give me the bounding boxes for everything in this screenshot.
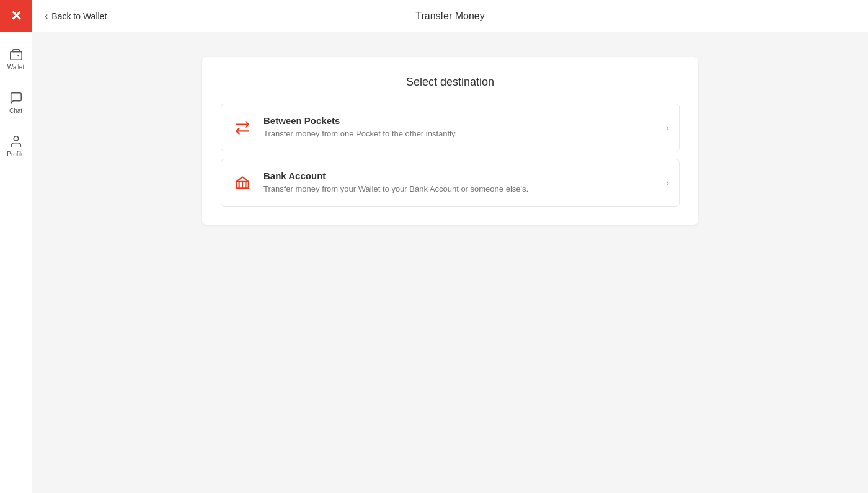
app-logo[interactable]: ✕ — [0, 0, 32, 32]
between-pockets-title: Between Pockets — [264, 115, 666, 126]
wallet-icon — [9, 48, 23, 61]
page-title-container: Transfer Money — [415, 11, 484, 22]
sidebar-wallet-label: Wallet — [7, 64, 24, 71]
transfer-icon — [231, 117, 254, 139]
sidebar-profile-label: Profile — [7, 151, 24, 158]
chevron-left-icon: ‹ — [45, 11, 48, 22]
card-title: Select destination — [221, 76, 680, 89]
bank-account-option[interactable]: Bank Account Transfer money from your Wa… — [221, 159, 680, 207]
main-area: ‹ Back to Wallet Transfer Money Select d… — [32, 0, 868, 493]
sidebar-item-chat[interactable]: Chat — [0, 81, 32, 124]
bank-account-title: Bank Account — [264, 171, 666, 181]
logo-icon: ✕ — [11, 8, 22, 24]
between-pockets-text: Between Pockets Transfer money from one … — [264, 115, 666, 140]
page-title: Transfer Money — [415, 11, 484, 21]
svg-rect-0 — [10, 51, 21, 60]
bank-account-desc: Transfer money from your Wallet to your … — [264, 184, 666, 195]
svg-point-1 — [17, 55, 19, 56]
destination-card: Select destination Between Pockets Trans… — [202, 57, 698, 225]
content-area: Select destination Between Pockets Trans… — [32, 32, 868, 493]
chat-icon — [9, 91, 23, 105]
sidebar-item-wallet[interactable]: Wallet — [0, 37, 32, 81]
chevron-right-icon-pockets: › — [666, 122, 669, 133]
header: ‹ Back to Wallet Transfer Money — [32, 0, 868, 32]
between-pockets-option[interactable]: Between Pockets Transfer money from one … — [221, 104, 680, 151]
sidebar-item-profile[interactable]: Profile — [0, 124, 32, 167]
back-button[interactable]: ‹ Back to Wallet — [45, 11, 107, 22]
svg-point-2 — [14, 136, 18, 140]
chevron-right-icon-bank: › — [666, 177, 669, 189]
bank-account-text: Bank Account Transfer money from your Wa… — [264, 171, 666, 195]
back-label: Back to Wallet — [51, 11, 107, 21]
profile-icon — [9, 135, 23, 148]
sidebar-chat-label: Chat — [9, 107, 22, 114]
sidebar: Wallet Chat Profile — [0, 0, 32, 493]
between-pockets-desc: Transfer money from one Pocket to the ot… — [264, 128, 666, 140]
bank-icon — [231, 172, 254, 194]
